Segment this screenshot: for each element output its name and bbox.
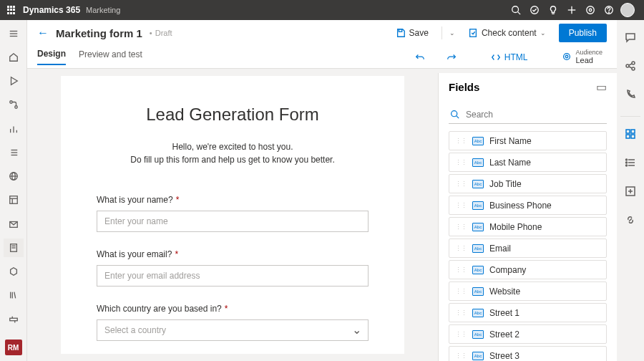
save-chevron-icon[interactable]: ⌄ [449,29,455,37]
field-item-label: Job Title [489,179,522,189]
grip-icon: ⋮⋮ [455,223,467,231]
fields-panel: Fields ▭ ⋮⋮AbcFirst Name⋮⋮AbcLast Name⋮⋮… [438,73,617,361]
field-type-icon: Abc [472,330,484,339]
field-type-icon: Abc [472,244,484,253]
field-item-label: Street 2 [489,329,519,340]
svg-rect-37 [9,318,17,321]
redo-button[interactable] [442,52,461,62]
lightbulb-icon[interactable] [544,1,562,19]
audience-label: Audience [575,49,602,57]
svg-point-43 [566,56,569,59]
search-icon[interactable] [507,1,525,19]
help-icon[interactable] [600,1,618,19]
user-avatar[interactable] [618,1,637,19]
module-icon[interactable] [4,263,24,281]
elements-icon[interactable] [620,124,640,144]
field-item[interactable]: ⋮⋮AbcLast Name [449,153,607,172]
funnel-icon[interactable] [581,1,600,19]
publish-button[interactable]: Publish [559,24,607,42]
menu-icon[interactable] [4,24,24,42]
field-item-label: First Name [489,136,532,146]
field-type-icon: Abc [472,287,484,296]
svg-rect-41 [470,29,477,37]
waffle-icon[interactable] [7,6,16,14]
form-icon[interactable] [4,239,24,256]
svg-point-13 [9,101,12,104]
field-item[interactable]: ⋮⋮AbcEmail [449,239,607,258]
grip-icon: ⋮⋮ [455,331,467,338]
fields-search [449,105,607,124]
list-icon[interactable] [4,143,24,161]
field-item-label: Email [489,244,511,254]
form-title: Lead Generation Form [97,105,369,125]
mail-icon[interactable] [4,215,24,233]
country-select[interactable] [97,319,369,341]
command-bar: ← Marketing form 1 Draft Save ⌄ Check co… [27,20,617,46]
fields-search-input[interactable] [449,105,607,124]
field-item[interactable]: ⋮⋮AbcStreet 3 [449,346,607,361]
field-type-icon: Abc [472,137,484,145]
svg-line-1 [518,12,521,15]
svg-rect-54 [631,135,635,138]
field-type-icon: Abc [472,201,484,210]
phone-icon[interactable] [620,85,640,105]
tab-preview[interactable]: Preview and test [79,49,142,64]
svg-point-7 [589,9,592,11]
link-icon[interactable] [620,210,640,230]
field-item[interactable]: ⋮⋮AbcMobile Phone [449,217,607,236]
play-icon[interactable] [4,72,24,90]
chevron-down-icon: ⌄ [540,29,546,37]
top-app-bar: Dynamics 365 Marketing [0,0,644,20]
journey-icon[interactable] [4,96,24,114]
chat-icon[interactable] [620,27,640,47]
field-type-icon[interactable]: ▭ [596,80,607,94]
field-item[interactable]: ⋮⋮AbcWebsite [449,281,607,301]
save-button[interactable]: Save [390,25,434,41]
persona-badge[interactable]: RM [5,340,22,355]
brand-name: Dynamics 365 [23,5,80,15]
html-toggle[interactable]: HTML [487,52,532,62]
svg-point-47 [632,62,635,64]
library-icon[interactable] [4,287,24,304]
country-label: Which country are you based in?* [97,304,369,314]
field-item[interactable]: ⋮⋮AbcFirst Name [449,131,607,150]
field-type-icon: Abc [472,266,484,274]
svg-point-44 [452,111,457,117]
tab-bar: Design Preview and test HTML Audience Le… [27,46,617,69]
field-item[interactable]: ⋮⋮AbcCompany [449,260,607,279]
globe-icon[interactable] [4,168,24,186]
svg-rect-51 [626,130,630,133]
email-input[interactable] [97,265,369,287]
svg-point-14 [14,106,17,109]
checklist-icon[interactable] [620,153,640,173]
svg-point-42 [564,54,570,60]
svg-point-9 [609,12,610,13]
form-canvas[interactable]: Lead Generation Form Hello, we're excite… [27,69,438,361]
home-icon[interactable] [4,48,24,66]
svg-point-48 [632,67,635,70]
grip-icon: ⋮⋮ [455,266,467,274]
name-input[interactable] [97,211,369,232]
audience-button[interactable]: Audience Lead [557,49,607,65]
field-item[interactable]: ⋮⋮AbcJob Title [449,174,607,193]
svg-line-50 [629,67,632,68]
settings-icon[interactable] [4,310,24,328]
field-item[interactable]: ⋮⋮AbcStreet 2 [449,324,607,344]
field-item[interactable]: ⋮⋮AbcStreet 1 [449,303,607,322]
fields-list: ⋮⋮AbcFirst Name⋮⋮AbcLast Name⋮⋮AbcJob Ti… [439,131,617,361]
layout-icon[interactable] [4,191,24,209]
back-button[interactable]: ← [37,27,49,39]
svg-rect-53 [626,135,630,138]
tab-design[interactable]: Design [37,49,66,65]
field-item[interactable]: ⋮⋮AbcBusiness Phone [449,196,607,215]
check-content-button[interactable]: Check content ⌄ [462,25,552,41]
analytics-icon[interactable] [4,120,24,138]
field-item-label: Business Phone [489,201,552,211]
field-type-icon: Abc [472,158,484,167]
save-label: Save [409,28,429,38]
share-icon[interactable] [620,56,640,76]
add-icon[interactable] [562,1,581,19]
undo-button[interactable] [411,52,429,62]
task-icon[interactable] [525,1,544,19]
add-element-icon[interactable] [620,181,640,201]
